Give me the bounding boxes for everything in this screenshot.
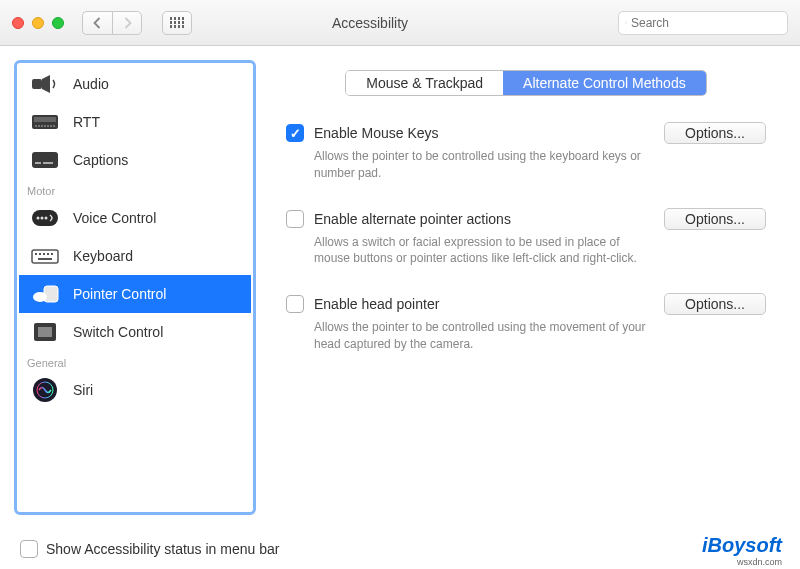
svg-point-7 <box>41 125 43 127</box>
svg-rect-26 <box>44 286 58 302</box>
titlebar: Accessibility <box>0 0 800 46</box>
svg-line-1 <box>626 23 627 24</box>
window-controls <box>12 17 64 29</box>
sidebar-item-label: Audio <box>73 76 109 92</box>
switch-control-icon <box>29 320 61 344</box>
sidebar-item-label: Voice Control <box>73 210 156 226</box>
rtt-icon <box>29 110 61 134</box>
svg-point-5 <box>35 125 37 127</box>
watermark-brand: iBoysoft <box>702 534 782 557</box>
svg-rect-19 <box>32 250 58 263</box>
footer: Show Accessibility status in menu bar <box>0 529 800 569</box>
search-icon <box>625 17 627 29</box>
sidebar-item-label: RTT <box>73 114 100 130</box>
zoom-window-button[interactable] <box>52 17 64 29</box>
svg-rect-29 <box>38 327 52 337</box>
svg-point-17 <box>41 217 44 220</box>
svg-rect-13 <box>35 162 41 164</box>
svg-point-8 <box>44 125 46 127</box>
setting-description: Allows the pointer to be controlled usin… <box>314 148 654 182</box>
svg-rect-12 <box>32 152 58 168</box>
options-button-head-pointer[interactable]: Options... <box>664 293 766 315</box>
footer-label: Show Accessibility status in menu bar <box>46 541 279 557</box>
svg-rect-4 <box>34 117 56 122</box>
setting-description: Allows the pointer to be controlled usin… <box>314 319 654 353</box>
sidebar-item-keyboard[interactable]: Keyboard <box>19 237 251 275</box>
keyboard-icon <box>29 244 61 268</box>
svg-point-9 <box>47 125 49 127</box>
sidebar-item-pointer-control[interactable]: Pointer Control <box>19 275 251 313</box>
svg-point-6 <box>38 125 40 127</box>
setting-description: Allows a switch or facial expression to … <box>314 234 654 268</box>
checkbox-mouse-keys[interactable] <box>286 124 304 142</box>
sidebar-item-siri[interactable]: Siri <box>19 371 251 409</box>
sidebar-item-audio[interactable]: Audio <box>19 65 251 103</box>
sidebar-item-label: Siri <box>73 382 93 398</box>
svg-rect-22 <box>43 253 45 255</box>
sidebar-item-switch-control[interactable]: Switch Control <box>19 313 251 351</box>
sidebar-section-general: General <box>19 355 251 371</box>
search-field[interactable] <box>618 11 788 35</box>
pointer-control-icon <box>29 282 61 306</box>
svg-rect-23 <box>47 253 49 255</box>
watermark-url: wsxdn.com <box>737 557 782 567</box>
window-title: Accessibility <box>132 15 608 31</box>
options-button-alternate-pointer[interactable]: Options... <box>664 208 766 230</box>
sidebar-item-label: Pointer Control <box>73 286 166 302</box>
sidebar[interactable]: Audio RTT Captions Motor Voice Control K… <box>19 65 251 503</box>
tab-group: Mouse & Trackpad Alternate Control Metho… <box>345 70 706 96</box>
svg-point-16 <box>37 217 40 220</box>
checkbox-head-pointer[interactable] <box>286 295 304 313</box>
voice-control-icon <box>29 206 61 230</box>
options-button-mouse-keys[interactable]: Options... <box>664 122 766 144</box>
siri-icon <box>29 378 61 402</box>
sidebar-container: Audio RTT Captions Motor Voice Control K… <box>14 60 256 515</box>
sidebar-item-label: Keyboard <box>73 248 133 264</box>
tab-mouse-trackpad[interactable]: Mouse & Trackpad <box>346 71 503 95</box>
sidebar-item-captions[interactable]: Captions <box>19 141 251 179</box>
sidebar-item-label: Switch Control <box>73 324 163 340</box>
audio-icon <box>29 72 61 96</box>
svg-point-10 <box>50 125 52 127</box>
svg-point-0 <box>625 22 626 23</box>
svg-point-11 <box>53 125 55 127</box>
svg-rect-2 <box>32 79 42 89</box>
tab-alternate-control[interactable]: Alternate Control Methods <box>503 71 706 95</box>
svg-point-18 <box>45 217 48 220</box>
setting-alternate-pointer: Enable alternate pointer actions Options… <box>286 208 766 268</box>
svg-rect-24 <box>51 253 53 255</box>
setting-label: Enable head pointer <box>314 296 664 312</box>
content-area: Audio RTT Captions Motor Voice Control K… <box>0 46 800 529</box>
sidebar-section-motor: Motor <box>19 183 251 199</box>
search-input[interactable] <box>631 16 781 30</box>
minimize-window-button[interactable] <box>32 17 44 29</box>
captions-icon <box>29 148 61 172</box>
svg-rect-20 <box>35 253 37 255</box>
tabs: Mouse & Trackpad Alternate Control Metho… <box>286 70 766 96</box>
svg-rect-25 <box>38 258 52 260</box>
sidebar-item-rtt[interactable]: RTT <box>19 103 251 141</box>
checkbox-alternate-pointer[interactable] <box>286 210 304 228</box>
setting-label: Enable Mouse Keys <box>314 125 664 141</box>
svg-rect-14 <box>43 162 53 164</box>
svg-point-27 <box>33 292 47 302</box>
setting-mouse-keys: Enable Mouse Keys Options... Allows the … <box>286 122 766 182</box>
close-window-button[interactable] <box>12 17 24 29</box>
main-panel: Mouse & Trackpad Alternate Control Metho… <box>256 60 786 515</box>
sidebar-item-label: Captions <box>73 152 128 168</box>
setting-head-pointer: Enable head pointer Options... Allows th… <box>286 293 766 353</box>
sidebar-item-voice-control[interactable]: Voice Control <box>19 199 251 237</box>
setting-label: Enable alternate pointer actions <box>314 211 664 227</box>
svg-rect-21 <box>39 253 41 255</box>
back-button[interactable] <box>82 11 112 35</box>
checkbox-menubar-status[interactable] <box>20 540 38 558</box>
